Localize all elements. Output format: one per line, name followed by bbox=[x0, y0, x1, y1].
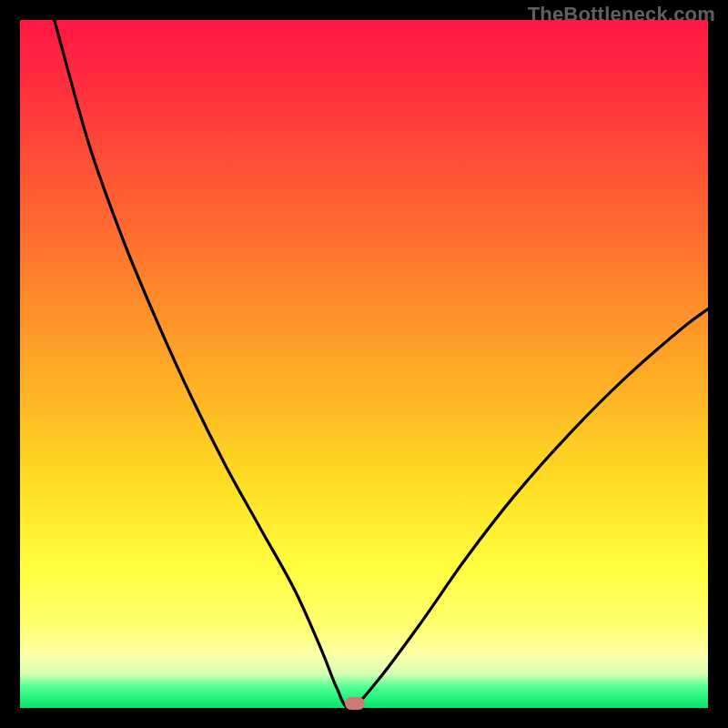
optimal-point-marker bbox=[345, 697, 365, 710]
chart-frame: TheBottleneck.com bbox=[0, 0, 728, 728]
bottleneck-curve bbox=[20, 20, 708, 708]
plot-area bbox=[20, 20, 708, 708]
